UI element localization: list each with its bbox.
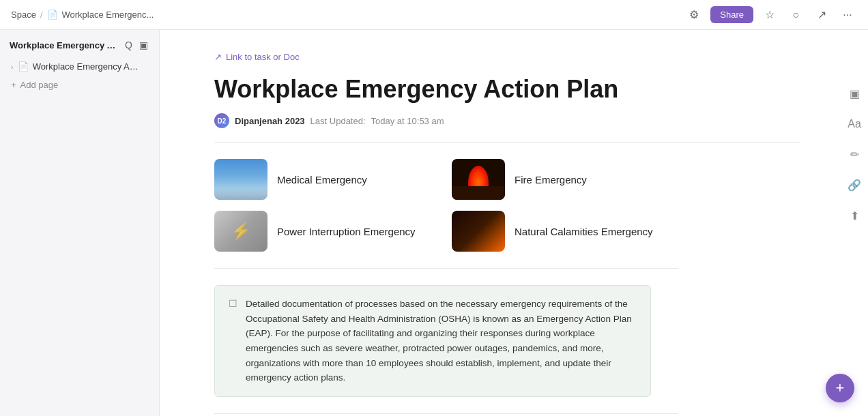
doc-icon: 📄	[47, 10, 58, 20]
info-box: ☐ Detailed documentation of processes ba…	[214, 285, 651, 397]
rt-link-icon[interactable]: 🔗	[845, 176, 864, 194]
search-icon[interactable]: ○	[786, 5, 805, 25]
topbar-right: ⚙ Share ☆ ○ ↗ ···	[684, 5, 857, 25]
sidebar-search-icon[interactable]: Q	[124, 38, 134, 52]
rt-edit-icon[interactable]: ✏	[848, 145, 862, 164]
card-label-medical: Medical Emergency	[277, 174, 367, 185]
settings-icon[interactable]: ⚙	[684, 5, 704, 25]
content-area: ↗ Link to task or Doc Workplace Emergenc…	[160, 30, 841, 416]
power-image	[214, 211, 267, 252]
sidebar-arrow-icon: ›	[11, 63, 14, 71]
sidebar-item-doc[interactable]: › 📄 Workplace Emergency Action ...	[3, 57, 156, 76]
card-label-power: Power Interruption Emergency	[277, 226, 416, 237]
sidebar-header-icons: Q ▣	[124, 38, 149, 52]
sidebar: Workplace Emergency Actio... Q ▣ › 📄 Wor…	[0, 30, 160, 416]
card-label-fire: Fire Emergency	[515, 174, 587, 185]
card-img-fire	[452, 159, 505, 200]
author-name: Dipanjenah 2023	[235, 116, 305, 126]
sidebar-layout-icon[interactable]: ▣	[138, 38, 149, 52]
card-img-medical	[214, 159, 267, 200]
link-bar[interactable]: ↗ Link to task or Doc	[214, 52, 800, 62]
bottom-divider	[214, 413, 678, 414]
sidebar-header: Workplace Emergency Actio... Q ▣	[0, 30, 159, 57]
breadcrumb-sep: /	[40, 10, 43, 20]
info-box-icon: ☐	[229, 298, 237, 385]
info-box-text: Detailed documentation of processes base…	[246, 297, 637, 385]
rt-upload-icon[interactable]: ⬆	[848, 207, 862, 225]
sidebar-doc-icon: 📄	[18, 61, 29, 72]
card-medical[interactable]: Medical Emergency	[214, 159, 441, 200]
card-power[interactable]: Power Interruption Emergency	[214, 211, 441, 252]
rt-font-icon[interactable]: Aa	[845, 115, 864, 133]
card-img-natural	[452, 211, 505, 252]
rt-columns-icon[interactable]: ▣	[847, 85, 863, 103]
breadcrumb: Space / 📄 Workplace Emergenc...	[11, 10, 154, 20]
add-page-button[interactable]: + Add page	[3, 76, 156, 94]
last-updated-value: Today at 10:53 am	[371, 116, 444, 126]
sidebar-item-label: Workplace Emergency Action ...	[33, 61, 142, 72]
fire-image	[452, 159, 505, 200]
fab-button[interactable]: +	[826, 374, 854, 402]
link-icon: ↗	[214, 52, 222, 62]
medical-image	[214, 159, 267, 200]
card-fire[interactable]: Fire Emergency	[452, 159, 678, 200]
page-title: Workplace Emergency Action Plan	[214, 74, 800, 104]
link-bar-label: Link to task or Doc	[226, 52, 300, 62]
author-bar: D2 Dipanjenah 2023 Last Updated: Today a…	[214, 113, 800, 143]
share-button[interactable]: Share	[710, 6, 753, 23]
star-icon[interactable]: ☆	[760, 5, 779, 25]
right-toolbar: ▣ Aa ✏ 🔗 ⬆	[841, 30, 868, 416]
last-updated-prefix: Last Updated:	[310, 116, 366, 126]
more-icon[interactable]: ···	[838, 5, 857, 25]
card-img-power	[214, 211, 267, 252]
card-natural[interactable]: Natural Calamities Emergency	[452, 211, 678, 252]
cards-grid: Medical Emergency Fire Emergency Power I…	[214, 159, 678, 269]
card-label-natural: Natural Calamities Emergency	[515, 226, 653, 237]
export-icon[interactable]: ↗	[812, 5, 831, 25]
add-page-icon: +	[11, 80, 16, 90]
natural-image	[452, 211, 505, 252]
breadcrumb-space[interactable]: Space	[11, 10, 36, 20]
sidebar-title: Workplace Emergency Actio...	[10, 40, 119, 50]
topbar: Space / 📄 Workplace Emergenc... ⚙ Share …	[0, 0, 868, 30]
breadcrumb-doc[interactable]: Workplace Emergenc...	[62, 10, 154, 20]
add-page-label: Add page	[20, 80, 59, 90]
avatar: D2	[214, 113, 229, 128]
main-layout: Workplace Emergency Actio... Q ▣ › 📄 Wor…	[0, 30, 868, 416]
